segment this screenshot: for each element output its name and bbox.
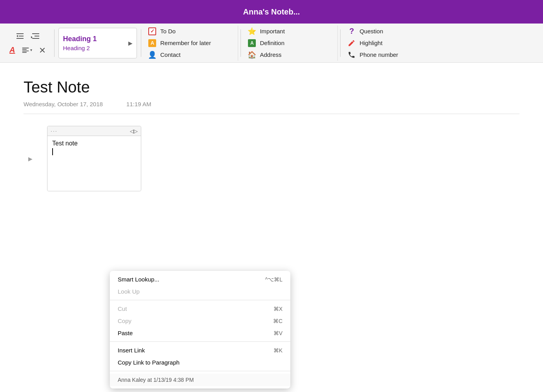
tag-question[interactable]: ? Question — [347, 25, 433, 37]
ctx-paste-shortcut: ⌘V — [273, 330, 282, 336]
outdent-button[interactable] — [13, 30, 27, 42]
ctx-section-meta: Anna Kaley at 1/13/19 4:38 PM — [110, 371, 290, 388]
text-cursor — [52, 148, 53, 155]
ctx-insert-link-label: Insert Link — [118, 347, 145, 354]
ctx-cut-shortcut: ⌘X — [273, 306, 282, 312]
tag-todo[interactable]: ✓ To Do — [148, 25, 234, 37]
tag-todo-label: To Do — [160, 28, 175, 34]
ctx-copy-label: Copy — [118, 318, 131, 324]
tag-address[interactable]: 🏠 Address — [247, 49, 333, 61]
ctx-insert-link[interactable]: Insert Link ⌘K — [110, 344, 290, 356]
divider-2 — [141, 29, 141, 57]
tag-important[interactable]: ⭐ Important — [247, 25, 333, 37]
tag-phone-label: Phone number — [359, 51, 398, 58]
app-title: Anna's Noteb... — [243, 7, 300, 16]
heading-section: Heading 1 Heading 2 ▶ — [58, 28, 137, 58]
ctx-copy-link[interactable]: Copy Link to Paragraph — [110, 356, 290, 368]
ctx-cut-label: Cut — [118, 305, 127, 312]
toolbar: A ▾ Heading 1 Heading 2 ▶ — [0, 24, 543, 63]
remember-icon: A — [148, 38, 157, 48]
tag-phone[interactable]: Phone number — [347, 49, 433, 61]
contact-icon: 👤 — [148, 50, 157, 60]
ctx-meta-text: Anna Kaley at 1/13/19 4:38 PM — [110, 374, 290, 386]
divider-3 — [241, 29, 241, 57]
clear-icon — [38, 46, 46, 54]
note-container-text: Test note — [52, 140, 136, 147]
ctx-cut: Cut ⌘X — [110, 303, 290, 315]
indent-icon — [31, 31, 40, 41]
note-title: Test Note — [24, 78, 519, 96]
tag-definition-label: Definition — [260, 40, 284, 46]
divider-1 — [54, 29, 55, 57]
address-icon: 🏠 — [247, 50, 257, 60]
phone-icon — [347, 50, 356, 60]
ctx-look-up: Look Up — [110, 285, 290, 298]
note-meta: Wednesday, October 17, 2018 11:19 AM — [24, 101, 519, 114]
ctx-copy: Copy ⌘C — [110, 315, 290, 327]
heading-expand-arrow[interactable]: ▶ — [128, 40, 133, 46]
divider-4 — [340, 29, 341, 57]
ctx-look-up-label: Look Up — [118, 288, 140, 295]
star-icon: ⭐ — [247, 27, 257, 36]
ctx-section-lookup: Smart Lookup... ^⌥⌘L Look Up — [110, 271, 290, 300]
ctx-section-link: Insert Link ⌘K Copy Link to Paragraph — [110, 342, 290, 371]
resize-arrows: ◁▷ — [130, 128, 138, 134]
tag-contact-label: Contact — [160, 51, 180, 58]
ctx-section-edit: Cut ⌘X Copy ⌘C Paste ⌘V — [110, 300, 290, 342]
tag-question-label: Question — [359, 28, 383, 34]
highlight-icon — [347, 38, 356, 48]
ctx-paste[interactable]: Paste ⌘V — [110, 327, 290, 339]
tags-col-1: ✓ To Do A Remember for later 👤 Contact — [144, 25, 238, 61]
outdent-icon — [15, 31, 25, 41]
tags-col-3: ? Question Highlight Phone number — [343, 25, 437, 61]
tag-remember-label: Remember for later — [160, 40, 211, 46]
heading-items: Heading 1 Heading 2 — [63, 35, 97, 51]
tag-important-label: Important — [260, 28, 284, 34]
align-icon — [21, 46, 30, 54]
tag-address-label: Address — [260, 51, 281, 58]
tags-col-2: ⭐ Important A Definition 🏠 Address — [243, 25, 338, 61]
main-content: Test Note Wednesday, October 17, 2018 11… — [0, 63, 543, 392]
note-container-body[interactable]: Test note — [47, 136, 141, 191]
ctx-smart-lookup-shortcut: ^⌥⌘L — [265, 276, 282, 283]
ctx-paste-label: Paste — [118, 330, 133, 336]
heading2-label[interactable]: Heading 2 — [63, 45, 97, 51]
cursor-line — [52, 148, 136, 155]
clear-button[interactable] — [36, 45, 49, 56]
indent-button[interactable] — [29, 30, 43, 42]
ctx-insert-link-shortcut: ⌘K — [273, 347, 282, 354]
note-date: Wednesday, October 17, 2018 — [24, 101, 103, 107]
tag-definition[interactable]: A Definition — [247, 37, 333, 49]
tag-contact[interactable]: 👤 Contact — [148, 49, 234, 61]
heading1-label[interactable]: Heading 1 — [63, 35, 97, 43]
format-text-button[interactable]: A — [7, 44, 17, 56]
tag-highlight-label: Highlight — [359, 40, 382, 46]
title-bar: Anna's Noteb... — [0, 0, 543, 24]
note-container: ··· ◁▷ Test note — [47, 126, 141, 191]
ctx-smart-lookup-label: Smart Lookup... — [118, 276, 159, 283]
tag-highlight[interactable]: Highlight — [347, 37, 433, 49]
ctx-copy-link-label: Copy Link to Paragraph — [118, 359, 180, 366]
ctx-copy-shortcut: ⌘C — [273, 318, 282, 324]
tag-remember[interactable]: A Remember for later — [148, 37, 234, 49]
note-time: 11:19 AM — [126, 101, 151, 107]
align-button[interactable]: ▾ — [19, 44, 35, 56]
indent-group: A ▾ — [4, 25, 52, 61]
drag-handle: ··· — [51, 128, 58, 134]
note-container-header: ··· ◁▷ — [47, 126, 141, 136]
collapse-arrow[interactable]: ▶ — [28, 156, 33, 162]
ctx-smart-lookup[interactable]: Smart Lookup... ^⌥⌘L — [110, 273, 290, 285]
definition-icon: A — [247, 38, 257, 48]
todo-icon: ✓ — [148, 27, 157, 36]
question-icon: ? — [347, 27, 356, 36]
note-area: ▶ ··· ◁▷ Test note Smart Lookup... — [39, 126, 519, 191]
context-menu: Smart Lookup... ^⌥⌘L Look Up Cut ⌘X Copy… — [110, 271, 290, 388]
